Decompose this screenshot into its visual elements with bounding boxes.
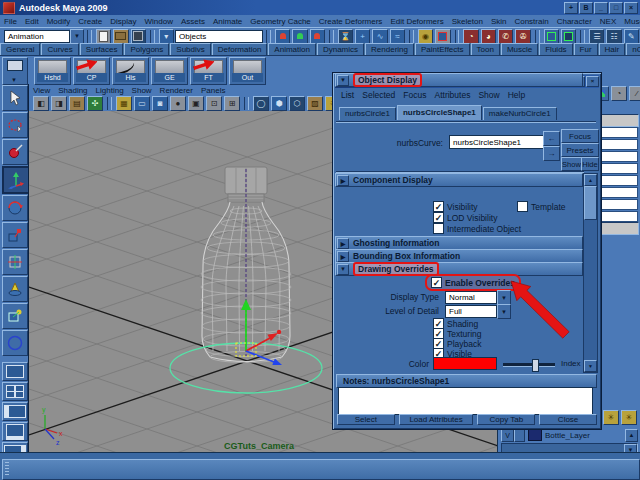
shelf-tab-toon[interactable]: Toon [471, 43, 500, 55]
menuset-dropdown-icon[interactable]: ▼ [70, 29, 84, 44]
layout-single-pane-button[interactable] [2, 362, 28, 381]
two-d-pan-icon[interactable]: ✣ [87, 96, 103, 111]
statusline-separator[interactable] [329, 30, 334, 43]
shelf-tab-rendering[interactable]: Rendering [365, 43, 414, 55]
layout-persp-outliner-button[interactable] [2, 402, 28, 421]
viewport-menu-panels[interactable]: Panels [197, 86, 229, 95]
expand-arrow-icon[interactable]: ▶ [337, 251, 349, 262]
output-connections-icon[interactable]: ∿ [372, 29, 387, 44]
menuset-selector[interactable]: Animation [4, 30, 70, 43]
menu-constrain[interactable]: Constrain [510, 17, 552, 26]
open-scene-icon[interactable] [113, 29, 128, 44]
menu-create-deformers[interactable]: Create Deformers [315, 17, 387, 26]
section-component-display[interactable]: ▶ Component Display [335, 173, 583, 187]
rotate-tool[interactable] [2, 195, 28, 221]
selection-mask-icon[interactable]: ▾ [159, 29, 174, 44]
statusline-separator[interactable] [409, 30, 414, 43]
ae-menu-help[interactable]: Help [504, 90, 529, 100]
display-type-dropdown[interactable]: Normal ▼ [445, 290, 511, 305]
ae-curve-name-field[interactable]: nurbsCircleShape1 [449, 135, 545, 149]
scrollbar-thumb[interactable] [584, 186, 597, 220]
wireframe-mode-icon[interactable]: ◯ [253, 96, 269, 111]
grid-toggle-icon[interactable]: ▦ [116, 96, 132, 111]
toggle-box-green2-icon[interactable] [561, 29, 576, 44]
display-type-dropdown-icon[interactable]: ▼ [497, 290, 511, 305]
lod-visibility-checkbox-row[interactable]: ✓ LOD Visibility [433, 212, 497, 223]
override-color-swatch[interactable] [433, 357, 497, 370]
input-connections-icon[interactable]: + [355, 29, 370, 44]
shelf-tab-ncloth[interactable]: nCloth [626, 43, 640, 55]
ae-menu-focus[interactable]: Focus [399, 90, 430, 100]
collapse-arrow-icon[interactable]: ▼ [337, 75, 349, 86]
snap-point-icon[interactable] [310, 29, 325, 44]
drag-handle-icon[interactable] [5, 462, 9, 475]
universal-manipulator-tool[interactable] [2, 249, 28, 275]
ae-focus-button[interactable]: Focus [561, 129, 599, 143]
layout-four-pane-button[interactable] [2, 382, 28, 401]
section-bounding-box-information[interactable]: ▶ Bounding Box Information [335, 249, 583, 263]
shelf-tab-fluids[interactable]: Fluids [539, 43, 572, 55]
select-button[interactable]: Select [337, 414, 395, 425]
new-scene-icon[interactable] [96, 29, 111, 44]
shelf-tab-subdivs[interactable]: Subdivs [170, 43, 210, 55]
shelf-tab-polygons[interactable]: Polygons [124, 43, 169, 55]
enable-overrides-checkbox[interactable]: ✓ [431, 277, 442, 288]
render-settings-icon[interactable]: ✇ [515, 29, 530, 44]
viewport-menu-renderer[interactable]: Renderer [156, 86, 197, 95]
shelf-tab-curves[interactable]: Curves [41, 43, 78, 55]
restore-button[interactable]: □ [609, 2, 623, 14]
ipr-render-icon[interactable]: ◕ [481, 29, 496, 44]
image-plane-icon[interactable]: ▤ [69, 96, 85, 111]
expand-arrow-icon[interactable]: ▶ [337, 238, 349, 249]
ae-presets-button[interactable]: Presets [561, 143, 599, 157]
viewport-menu-shading[interactable]: Shading [54, 86, 91, 95]
lock-icon[interactable]: ◉ [418, 29, 433, 44]
shelf-tab-muscle[interactable]: Muscle [501, 43, 538, 55]
hyperbolic-slider-icon[interactable]: ⁄ [629, 86, 640, 101]
safe-title-icon[interactable]: ⊞ [224, 96, 240, 111]
minimize-button[interactable]: _ [594, 2, 608, 14]
statusline-separator[interactable] [87, 30, 92, 43]
shelf-tab-fur[interactable]: Fur [574, 43, 598, 55]
statusline-separator[interactable] [266, 30, 271, 43]
layer-scroll-up-icon[interactable]: ▲ [625, 429, 638, 442]
close-button[interactable]: × [624, 2, 638, 14]
menu-animate[interactable]: Animate [209, 17, 246, 26]
toggle-box-green-icon[interactable] [544, 29, 559, 44]
collapse-arrow-icon[interactable]: ▼ [337, 264, 349, 275]
notes-header[interactable]: Notes: nurbsCircleShape1 [336, 374, 597, 388]
statusline-separator[interactable] [535, 30, 540, 43]
shelf-tab-general[interactable]: General [0, 43, 40, 55]
statusline-separator[interactable] [580, 30, 585, 43]
intermediate-object-checkbox-row[interactable]: Intermediate Object [433, 223, 521, 234]
shelf-button-out[interactable]: Out [229, 57, 266, 85]
menu-character[interactable]: Character [553, 17, 596, 26]
template-checkbox[interactable] [517, 201, 528, 212]
shelf-tab-surfaces[interactable]: Surfaces [80, 43, 124, 55]
visibility-checkbox-row[interactable]: ✓ Visibility [433, 201, 478, 212]
resolution-gate-icon[interactable]: ◙ [152, 96, 168, 111]
make-live-icon[interactable]: ⌛ [338, 29, 353, 44]
command-line-strip[interactable] [2, 459, 640, 480]
menu-skin[interactable]: Skin [487, 17, 511, 26]
intermediate-object-checkbox[interactable] [433, 223, 444, 234]
copy-tab-button[interactable]: Copy Tab [477, 414, 535, 425]
menu-create[interactable]: Create [74, 17, 106, 26]
enable-overrides-row[interactable]: ✓ Enable Overrides [425, 274, 521, 291]
shaded-mode-icon[interactable]: ⬢ [271, 96, 287, 111]
gate-mask-icon[interactable]: ● [170, 96, 186, 111]
menu-window[interactable]: Window [141, 17, 177, 26]
notes-textarea[interactable] [338, 387, 593, 415]
layout-hypershade-button[interactable] [2, 422, 28, 441]
speed-gauge-icon[interactable]: ◔ [611, 86, 627, 101]
section-ghosting-information[interactable]: ▶ Ghosting Information [335, 236, 583, 250]
menu-assets[interactable]: Assets [177, 17, 209, 26]
render-current-frame-icon[interactable]: ✆ [498, 29, 513, 44]
shelf-collapse-widget[interactable]: ▼ [2, 57, 28, 85]
ae-tab-nurbscircleshape1[interactable]: nurbsCircleShape1 [397, 105, 482, 120]
level-of-detail-dropdown-icon[interactable]: ▼ [497, 304, 511, 319]
shelf-button-ge[interactable]: GE [151, 57, 188, 85]
safe-action-icon[interactable]: ⊡ [206, 96, 222, 111]
select-tool[interactable] [2, 85, 28, 111]
slider-thumb[interactable] [532, 359, 539, 372]
